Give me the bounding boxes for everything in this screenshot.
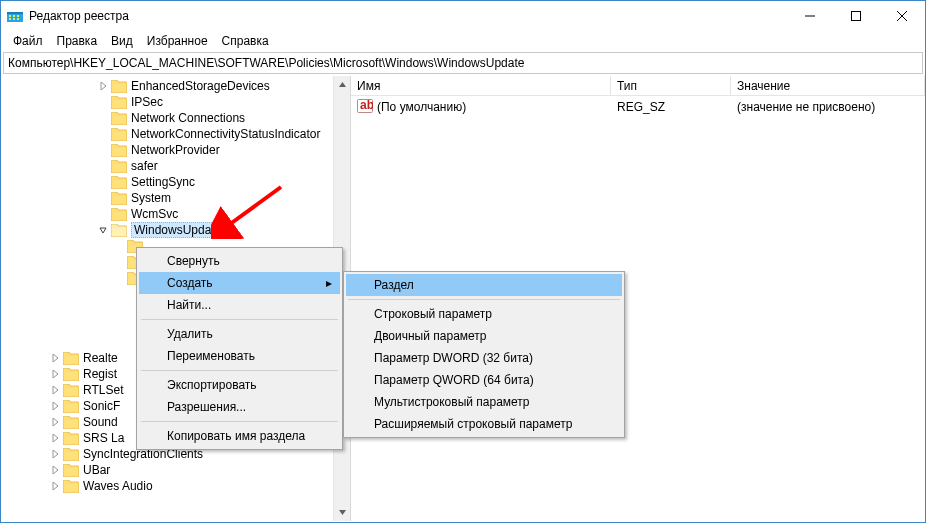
folder-icon — [63, 384, 79, 397]
menu-find[interactable]: Найти... — [139, 294, 340, 316]
chevron-right-icon[interactable] — [97, 80, 109, 92]
address-text: Компьютер\HKEY_LOCAL_MACHINE\SOFTWARE\Po… — [8, 56, 524, 70]
registry-editor-window: Редактор реестра Файл Правка Вид Избранн… — [0, 0, 926, 523]
folder-icon — [63, 480, 79, 493]
svg-rect-3 — [13, 15, 15, 17]
expander-placeholder — [97, 208, 109, 220]
menu-permissions[interactable]: Разрешения... — [139, 396, 340, 418]
string-value-icon: ab — [357, 99, 373, 116]
menu-favorites[interactable]: Избранное — [141, 32, 214, 50]
tree-node-label: SonicF — [83, 399, 120, 413]
menu-new-multistring[interactable]: Мультистроковый параметр — [346, 391, 622, 413]
svg-rect-2 — [9, 15, 11, 17]
tree-node[interactable]: System — [1, 190, 350, 206]
scroll-down-button[interactable] — [334, 504, 350, 521]
svg-rect-7 — [17, 18, 19, 20]
menu-file[interactable]: Файл — [7, 32, 49, 50]
close-button[interactable] — [879, 1, 925, 31]
maximize-button[interactable] — [833, 1, 879, 31]
expander-placeholder — [97, 128, 109, 140]
tree-node-label: safer — [131, 159, 158, 173]
window-title: Редактор реестра — [29, 9, 787, 23]
expander-placeholder — [97, 176, 109, 188]
list-header: Имя Тип Значение — [351, 76, 925, 96]
chevron-right-icon[interactable] — [49, 464, 61, 476]
tree-node[interactable]: WcmSvc — [1, 206, 350, 222]
menu-help[interactable]: Справка — [216, 32, 275, 50]
folder-icon — [111, 112, 127, 125]
tree-node-label: Sound — [83, 415, 118, 429]
folder-icon — [111, 176, 127, 189]
folder-icon — [63, 400, 79, 413]
tree-node-label: Regist — [83, 367, 117, 381]
chevron-right-icon[interactable] — [49, 432, 61, 444]
tree-node[interactable]: UBar — [1, 462, 350, 478]
folder-icon — [63, 416, 79, 429]
tree-node-label: RTLSet — [83, 383, 123, 397]
menu-new-qword[interactable]: Параметр QWORD (64 бита) — [346, 369, 622, 391]
menubar: Файл Правка Вид Избранное Справка — [1, 31, 925, 51]
svg-rect-6 — [13, 18, 15, 20]
tree-node[interactable]: Network Connections — [1, 110, 350, 126]
column-type[interactable]: Тип — [611, 76, 731, 95]
folder-icon — [111, 208, 127, 221]
tree-node-label: EnhancedStorageDevices — [131, 79, 270, 93]
svg-line-10 — [897, 11, 907, 21]
regedit-icon — [7, 8, 23, 24]
menu-copy-key-name[interactable]: Копировать имя раздела — [139, 425, 340, 447]
menu-collapse[interactable]: Свернуть — [139, 250, 340, 272]
folder-icon — [111, 128, 127, 141]
chevron-right-icon[interactable] — [49, 368, 61, 380]
menu-export[interactable]: Экспортировать — [139, 374, 340, 396]
address-bar[interactable]: Компьютер\HKEY_LOCAL_MACHINE\SOFTWARE\Po… — [3, 52, 923, 74]
tree-node[interactable]: Waves Audio — [1, 478, 350, 494]
menu-new-expandstring[interactable]: Расширяемый строковый параметр — [346, 413, 622, 435]
tree-node[interactable]: EnhancedStorageDevices — [1, 78, 350, 94]
chevron-right-icon[interactable] — [49, 416, 61, 428]
column-value[interactable]: Значение — [731, 76, 925, 95]
chevron-right-icon[interactable] — [49, 448, 61, 460]
menu-delete[interactable]: Удалить — [139, 323, 340, 345]
chevron-right-icon[interactable] — [49, 480, 61, 492]
folder-icon — [111, 144, 127, 157]
menu-new-string[interactable]: Строковый параметр — [346, 303, 622, 325]
chevron-right-icon[interactable] — [49, 352, 61, 364]
svg-rect-9 — [852, 12, 861, 21]
tree-node[interactable]: NetworkConnectivityStatusIndicator — [1, 126, 350, 142]
chevron-down-icon[interactable] — [97, 224, 109, 236]
submenu-arrow-icon: ▸ — [326, 276, 332, 290]
chevron-right-icon[interactable] — [49, 384, 61, 396]
svg-rect-4 — [17, 15, 19, 17]
folder-icon — [63, 464, 79, 477]
tree-node[interactable]: IPSec — [1, 94, 350, 110]
value-name: (По умолчанию) — [377, 100, 466, 114]
tree-node[interactable]: NetworkProvider — [1, 142, 350, 158]
folder-icon — [63, 368, 79, 381]
tree-node-label: WcmSvc — [131, 207, 178, 221]
menu-rename[interactable]: Переименовать — [139, 345, 340, 367]
tree-node[interactable]: WindowsUpdate — [1, 222, 350, 238]
menu-new[interactable]: Создать▸ — [139, 272, 340, 294]
tree-node[interactable]: SettingSync — [1, 174, 350, 190]
menu-view[interactable]: Вид — [105, 32, 139, 50]
tree-node[interactable]: safer — [1, 158, 350, 174]
tree-node-label: Network Connections — [131, 111, 245, 125]
folder-icon — [111, 80, 127, 93]
list-row[interactable]: ab (По умолчанию) REG_SZ (значение не пр… — [351, 98, 925, 116]
column-name[interactable]: Имя — [351, 76, 611, 95]
menu-new-dword[interactable]: Параметр DWORD (32 бита) — [346, 347, 622, 369]
tree-node-label: UBar — [83, 463, 110, 477]
scroll-up-button[interactable] — [334, 76, 350, 93]
folder-icon — [111, 160, 127, 173]
tree-node-label: NetworkProvider — [131, 143, 220, 157]
menu-new-binary[interactable]: Двоичный параметр — [346, 325, 622, 347]
menu-new-key[interactable]: Раздел — [346, 274, 622, 296]
tree-node-label: NetworkConnectivityStatusIndicator — [131, 127, 320, 141]
tree-node-label: Waves Audio — [83, 479, 153, 493]
svg-line-11 — [897, 11, 907, 21]
menu-edit[interactable]: Правка — [51, 32, 104, 50]
titlebar: Редактор реестра — [1, 1, 925, 31]
chevron-right-icon[interactable] — [49, 400, 61, 412]
minimize-button[interactable] — [787, 1, 833, 31]
folder-icon — [111, 192, 127, 205]
